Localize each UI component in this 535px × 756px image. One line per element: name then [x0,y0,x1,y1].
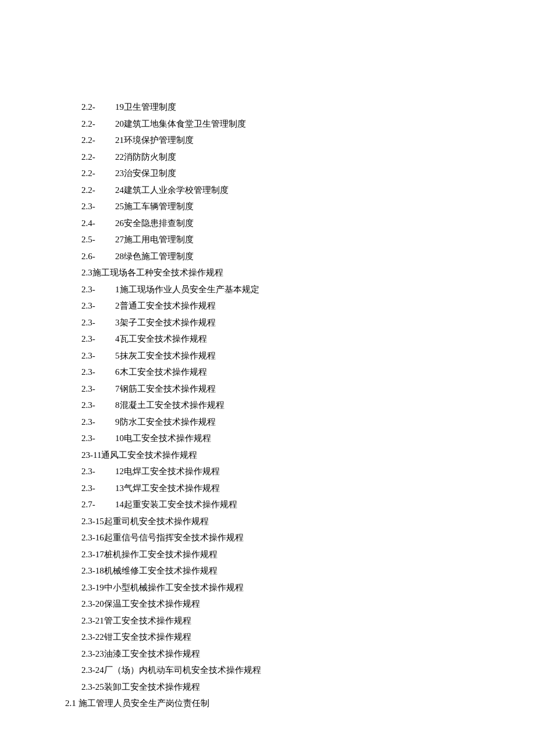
toc-entry-title: 起重安装工安全技术操作规程 [124,500,237,509]
toc-entry-prefix: 2.3- [81,314,107,331]
toc-entry: 2.3-9防水工安全技术操作规程 [81,414,500,431]
toc-entry-number: 22 [115,152,124,162]
toc-entry: 2.3施工现场各工种安全技术操作规程 [81,264,500,281]
toc-entry-prefix: 2.3-15 [81,517,104,526]
toc-entry-title: 施工用电管理制度 [124,235,194,244]
toc-entry-title: 卫生管理制度 [124,102,176,112]
toc-entry-number: 10 [115,433,124,443]
toc-entry-title: 电焊工安全技术操作规程 [124,467,220,476]
toc-entry-title: 装卸工安全技术操作规程 [104,682,200,691]
toc-entry-title: 建筑工地集体食堂卫生管理制度 [124,119,246,128]
toc-entry: 2.3-17桩机操作工安全技术操作规程 [81,546,500,563]
toc-entry-prefix: 2.3-25 [81,682,104,691]
toc-entry: 2.3-25装卸工安全技术操作规程 [81,679,500,696]
toc-entry: 2.3-23油漆工安全技术操作规程 [81,646,500,662]
toc-entry: 2.3-4瓦工安全技术操作规程 [81,331,500,347]
toc-entry-title: 木工安全技术操作规程 [120,367,207,377]
toc-entry-title: 施工现场作业人员安全生产基本规定 [120,285,259,294]
toc-entry-title: 治安保卫制度 [124,169,176,178]
toc-entry-prefix: 2.3-17 [81,550,104,559]
toc-entry-title: 厂（场）内机动车司机安全技术操作规程 [104,665,261,675]
toc-entry: 2.3-16起重信号信号指挥安全技术操作规程 [81,529,500,546]
toc-entry: 2.2-24建筑工人业余学校管理制度 [81,182,500,199]
toc-entry-number: 26 [115,218,124,228]
toc-entry-number: 21 [115,135,124,145]
toc-list: 2.2-19卫生管理制度2.2-20建筑工地集体食堂卫生管理制度2.2-21环境… [81,99,500,695]
toc-footer-line: 2.1 施工管理人员安全生产岗位责任制 [65,695,500,712]
toc-entry-number: 25 [115,202,124,211]
toc-entry-prefix: 2.6- [81,248,107,265]
toc-entry-title: 电工安全技术操作规程 [124,433,211,443]
toc-entry-prefix: 2.3-16 [81,533,104,542]
toc-entry-title: 中小型机械操作工安全技术操作规程 [104,583,244,592]
toc-entry-title: 钳工安全技术操作规程 [104,632,191,642]
toc-entry: 2.3-3架子工安全技术操作规程 [81,314,500,331]
toc-entry-number: 20 [115,119,124,128]
toc-footer-title: 施工管理人员安全生产岗位责任制 [79,698,209,708]
toc-entry-title: 环境保护管理制度 [124,135,194,145]
toc-entry-prefix: 2.3-18 [81,566,104,575]
toc-entry: 2.3-25施工车辆管理制度 [81,198,500,215]
toc-entry-prefix: 2.3- [81,381,107,397]
toc-entry: 2.3-1施工现场作业人员安全生产基本规定 [81,281,500,298]
toc-entry: 23-11通风工安全技术操作规程 [81,447,500,464]
toc-entry-number: 6 [115,367,120,377]
toc-entry-title: 机械维修工安全技术操作规程 [104,566,217,575]
toc-entry-title: 抹灰工安全技术操作规程 [120,351,216,360]
toc-entry-prefix: 2.3- [81,430,107,447]
toc-entry: 2.2-23治安保卫制度 [81,165,500,182]
toc-entry: 2.3-2普通工安全技术操作规程 [81,298,500,314]
toc-entry-prefix: 2.3-22 [81,632,104,642]
toc-entry: 2.3-15起重司机安全技术操作规程 [81,513,500,530]
toc-entry-prefix: 2.3- [81,198,107,215]
toc-entry-title: 钢筋工安全技术操作规程 [120,384,216,393]
toc-entry-title: 起重司机安全技术操作规程 [104,517,209,526]
toc-entry-title: 施工现场各工种安全技术操作规程 [92,268,223,277]
toc-entry-number: 28 [115,252,124,261]
toc-entry-title: 保温工安全技术操作规程 [104,599,200,608]
toc-entry: 2.3-10电工安全技术操作规程 [81,430,500,447]
toc-entry: 2.3-7钢筋工安全技术操作规程 [81,381,500,397]
toc-entry-prefix: 2.4- [81,215,107,232]
toc-entry: 2.2-22消防防火制度 [81,149,500,166]
toc-entry-number: 3 [115,318,120,327]
toc-entry: 2.3-8混凝土工安全技术操作规程 [81,397,500,414]
toc-entry-prefix: 2.3-21 [81,616,104,625]
toc-entry: 2.3-5抹灰工安全技术操作规程 [81,347,500,364]
toc-entry-title: 气焊工安全技术操作规程 [124,483,220,493]
toc-entry-prefix: 2.5- [81,231,107,248]
toc-entry-title: 管工安全技术操作规程 [104,616,191,625]
toc-entry-title: 混凝土工安全技术操作规程 [120,400,224,410]
toc-entry-prefix: 2.3- [81,414,107,431]
toc-entry-title: 建筑工人业余学校管理制度 [124,185,229,195]
toc-entry-title: 防水工安全技术操作规程 [120,417,216,427]
toc-entry-title: 普通工安全技术操作规程 [120,301,216,310]
toc-entry-number: 8 [115,400,120,410]
toc-entry: 2.3-13气焊工安全技术操作规程 [81,480,500,497]
toc-entry-prefix: 2.3- [81,480,107,497]
toc-entry-title: 起重信号信号指挥安全技术操作规程 [104,533,244,542]
toc-entry-title: 桩机操作工安全技术操作规程 [104,550,217,559]
toc-entry: 2.3-20保温工安全技术操作规程 [81,596,500,612]
toc-entry-number: 5 [115,351,120,360]
toc-entry-prefix: 2.3- [81,281,107,298]
toc-entry-prefix: 2.3-19 [81,583,104,592]
toc-entry-prefix: 2.2- [81,132,107,149]
toc-entry: 2.7-14起重安装工安全技术操作规程 [81,496,500,513]
toc-entry-prefix: 2.3- [81,397,107,414]
toc-entry-prefix: 2.3- [81,298,107,314]
toc-entry-number: 27 [115,235,124,244]
toc-entry-prefix: 2.3-24 [81,665,104,675]
toc-entry: 2.3-22钳工安全技术操作规程 [81,629,500,646]
document-page: 2.2-19卫生管理制度2.2-20建筑工地集体食堂卫生管理制度2.2-21环境… [0,0,535,756]
toc-entry-title: 安全隐患排查制度 [124,218,194,228]
toc-entry-title: 通风工安全技术操作规程 [101,450,197,460]
toc-entry-title: 绿色施工管理制度 [124,252,194,261]
toc-entry-prefix: 2.3- [81,364,107,381]
toc-entry: 2.3-19中小型机械操作工安全技术操作规程 [81,579,500,596]
toc-entry: 2.3-21管工安全技术操作规程 [81,612,500,629]
toc-entry-title: 油漆工安全技术操作规程 [104,649,200,658]
toc-entry-number: 4 [115,334,120,343]
toc-entry-title: 架子工安全技术操作规程 [120,318,216,327]
toc-entry-prefix: 2.3- [81,463,107,480]
